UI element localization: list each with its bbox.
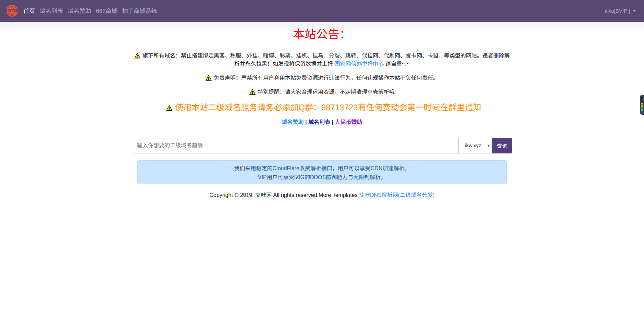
- svg-text:DNS: DNS: [7, 9, 18, 13]
